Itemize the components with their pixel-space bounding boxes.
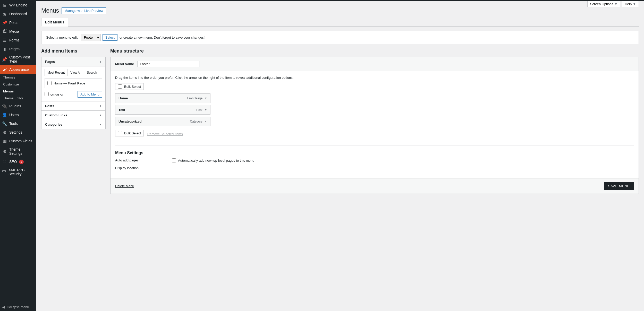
home-checkbox[interactable]: [47, 81, 52, 85]
menu-settings-title: Menu Settings: [115, 151, 634, 155]
menu-item[interactable]: Home Front Page▼: [115, 93, 210, 103]
menu-select[interactable]: Footer: [81, 34, 100, 41]
main-content: Screen Options▼ Help▼ Menus Manage with …: [36, 0, 644, 311]
sidebar-label: XML-RPC Security: [9, 168, 34, 176]
sidebar-label: Settings: [9, 130, 22, 134]
sidebar-item-forms[interactable]: ☰ Forms: [0, 36, 36, 45]
select-all-label[interactable]: Select All: [45, 92, 63, 97]
sidebar-sub-theme-editor[interactable]: Theme Editor: [0, 95, 36, 102]
add-items-title: Add menu items: [41, 48, 106, 54]
sidebar-item-settings[interactable]: ⚙ Settings: [0, 128, 36, 137]
caret-down-icon: ▼: [99, 114, 102, 117]
sidebar-item-media[interactable]: 🖼 Media: [0, 27, 36, 36]
sidebar-sub-customize[interactable]: Customize: [0, 81, 36, 88]
sliders-icon: ⚙: [2, 130, 7, 135]
collapse-icon: ◀: [2, 305, 5, 309]
caret-down-icon: ▼: [205, 120, 207, 123]
collapse-menu-button[interactable]: ◀ Collapse menu: [0, 303, 36, 311]
auto-add-label: Auto add pages: [115, 158, 167, 162]
sidebar-sub-menus[interactable]: Menus: [0, 88, 36, 95]
tabs: Edit Menus: [41, 18, 639, 27]
plug-icon: 🔌: [2, 103, 7, 109]
notification-badge: 1: [19, 160, 24, 164]
sidebar-label: Appearance: [9, 67, 29, 72]
sidebar-label: Plugins: [9, 104, 21, 108]
menu-name-input[interactable]: [138, 61, 199, 67]
screen-options-button[interactable]: Screen Options▼: [587, 1, 620, 7]
sidebar-item-seo[interactable]: 🛡 SEO 1: [0, 157, 36, 166]
sidebar-label: Tools: [9, 122, 18, 126]
bulk-select-bottom[interactable]: Bulk Select: [115, 130, 144, 136]
menu-selector-bar: Select a menu to edit: Footer Select or …: [41, 31, 639, 44]
sidebar-label: Custom Fields: [9, 139, 32, 143]
sidebar-item-posts[interactable]: 📌 Posts: [0, 18, 36, 27]
help-button[interactable]: Help▼: [622, 1, 639, 7]
pin-icon: 📌: [2, 57, 7, 62]
page-checkbox-home[interactable]: Home — Front Page: [47, 81, 99, 85]
sidebar-item-plugins[interactable]: 🔌 Plugins: [0, 102, 36, 110]
form-icon: ☰: [2, 38, 7, 43]
select-button[interactable]: Select: [103, 34, 117, 41]
caret-up-icon: ▲: [99, 60, 102, 63]
menu-item[interactable]: Test Post▼: [115, 105, 210, 115]
remove-selected-link[interactable]: Remove Selected Items: [147, 132, 183, 136]
fields-icon: ▦: [2, 139, 7, 144]
sidebar-item-appearance[interactable]: 🖌 Appearance: [0, 65, 36, 74]
sidebar-label: Dashboard: [9, 12, 27, 16]
sidebar-item-users[interactable]: 👤 Users: [0, 110, 36, 119]
sidebar-label: Posts: [9, 21, 18, 25]
select-all-checkbox[interactable]: [45, 92, 49, 96]
bulk-select-checkbox[interactable]: [118, 131, 122, 135]
user-icon: 👤: [2, 112, 7, 117]
bulk-select-checkbox[interactable]: [118, 84, 122, 89]
shield-icon: 🛡: [2, 169, 6, 175]
sidebar-item-dashboard[interactable]: ◉ Dashboard: [0, 10, 36, 18]
sidebar-item-custom-fields[interactable]: ▦ Custom Fields: [0, 137, 36, 145]
structure-box: Menu Name Drag the items into the order …: [110, 57, 639, 194]
live-preview-button[interactable]: Manage with Live Preview: [62, 7, 106, 14]
sidebar-label: SEO: [9, 160, 17, 164]
delete-menu-link[interactable]: Delete Menu: [115, 184, 134, 188]
accordion-pages-header[interactable]: Pages ▲: [41, 57, 105, 66]
sidebar-label: Forms: [9, 38, 20, 42]
sidebar-label: Theme Settings: [9, 147, 34, 156]
sidebar-item-pages[interactable]: ▮ Pages: [0, 45, 36, 53]
bulk-select-top[interactable]: Bulk Select: [115, 83, 144, 90]
sidebar-sub-themes[interactable]: Themes: [0, 74, 36, 81]
add-items-accordion: Pages ▲ Most Recent View All Search H: [41, 57, 106, 129]
caret-down-icon: ▼: [614, 2, 618, 6]
sidebar-label: Pages: [9, 47, 20, 51]
sidebar-label: Media: [9, 29, 19, 33]
sidebar-item-wpengine[interactable]: ⊞ WP Engine: [0, 1, 36, 10]
display-location-label: Display location: [115, 166, 167, 170]
auto-add-checkbox-label[interactable]: Automatically add new top-level pages to…: [172, 158, 254, 162]
tab-view-all[interactable]: View All: [67, 69, 84, 76]
accordion-custom-links-header[interactable]: Custom Links ▼: [41, 111, 105, 120]
sidebar-label: Users: [9, 113, 19, 117]
sidebar-item-theme-settings[interactable]: ⚙ Theme Settings: [0, 145, 36, 157]
menu-name-label: Menu Name: [115, 62, 134, 66]
collapse-label: Collapse menu: [7, 305, 29, 309]
select-label: Select a menu to edit:: [46, 36, 79, 39]
accordion-posts-header[interactable]: Posts ▼: [41, 101, 105, 111]
sidebar-item-xmlrpc[interactable]: 🛡 XML-RPC Security: [0, 166, 36, 178]
save-menu-button[interactable]: SAVE MENU: [604, 182, 634, 190]
page-title: Menus: [41, 7, 59, 14]
sidebar-item-tools[interactable]: 🔧 Tools: [0, 119, 36, 128]
tab-search[interactable]: Search: [84, 69, 99, 76]
shield-icon: 🛡: [2, 159, 7, 164]
tab-edit-menus[interactable]: Edit Menus: [41, 18, 68, 27]
pin-icon: 📌: [2, 20, 7, 25]
caret-down-icon: ▼: [99, 123, 102, 126]
caret-down-icon: ▼: [99, 105, 102, 107]
structure-hint: Drag the items into the order you prefer…: [115, 76, 634, 80]
auto-add-checkbox[interactable]: [172, 158, 176, 162]
sidebar-item-cpt[interactable]: 📌 Custom Post Type: [0, 53, 36, 65]
add-to-menu-button[interactable]: Add to Menu: [78, 91, 102, 98]
accordion-categories-header[interactable]: Categories ▼: [41, 120, 105, 129]
tab-most-recent[interactable]: Most Recent: [45, 69, 67, 76]
menu-item[interactable]: Uncategorized Category▼: [115, 117, 210, 126]
create-menu-link[interactable]: create a new menu: [123, 36, 152, 39]
sidebar-label: Custom Post Type: [9, 55, 34, 63]
sidebar-label: WP Engine: [9, 3, 27, 7]
